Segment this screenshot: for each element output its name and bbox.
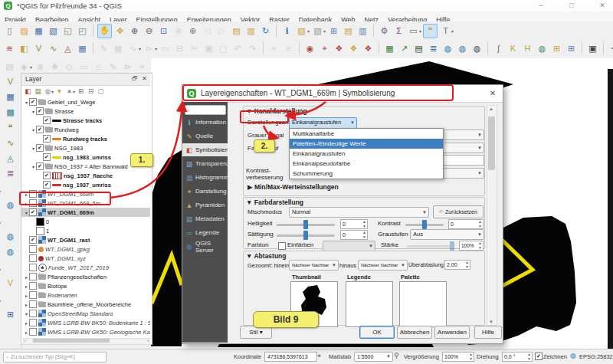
layer-tree-row[interactable]: ▸WMS LGRB-BW GK50: Geologische Ka (21, 327, 150, 336)
data-source-manager-icon[interactable]: ≋ (3, 42, 16, 55)
modify-attributes-icon[interactable]: ▭ (159, 42, 172, 55)
layer-visibility-checkbox[interactable] (29, 273, 37, 280)
layer-tree-row[interactable]: ▸Bodenarten (21, 290, 150, 300)
dialog-tab-pyramiden[interactable]: ▲Pyramiden (182, 198, 228, 212)
plugin-red2-icon[interactable]: ❖ (362, 42, 375, 55)
new-gpx-layer-icon[interactable]: ∿ (47, 42, 60, 55)
console-icon[interactable]: ▤ (412, 42, 425, 55)
deselect-features-icon[interactable]: ▧ (311, 25, 324, 38)
expander-icon[interactable]: ▾ (24, 100, 29, 105)
new-project-icon[interactable]: ▯ (3, 25, 16, 38)
minmax-settings-header[interactable]: ▶ Min/Max-Werteinstellungen (247, 183, 339, 191)
brightness-slider[interactable] (277, 224, 335, 226)
add-raster-layer-icon[interactable]: ▦ (4, 90, 17, 103)
dialog-search-input[interactable]: ⌕ (185, 105, 226, 115)
refresh-map-icon[interactable]: ↻ (259, 25, 272, 38)
render-checkbox[interactable]: ✔ (535, 353, 543, 360)
rotation-spinbox[interactable]: 0,0 °▲▼ (502, 352, 533, 362)
web-globe-icon[interactable]: ◍ (456, 42, 469, 55)
layer-tree-row[interactable]: ▾OpenStreetMap Standard (21, 309, 150, 318)
save-edits-icon[interactable]: ▦ (112, 42, 125, 55)
scroll-down-icon[interactable]: ▼ (489, 320, 493, 324)
show-bookmarks-icon[interactable]: ▥ (244, 25, 257, 38)
dialog-close-icon[interactable]: ✕ (487, 88, 498, 99)
lock-scale-icon[interactable]: ⚲ (394, 352, 399, 359)
reshape-icon[interactable]: ⌂ (92, 61, 105, 74)
layer-tree-row[interactable]: ✔Strasse tracks (21, 116, 150, 125)
globe-dark-icon[interactable]: ◍ (470, 42, 484, 55)
layer-tree-row[interactable]: 0 (21, 217, 150, 226)
zoom-to-selection-icon[interactable]: ⊕ (172, 25, 185, 38)
pan-map-icon[interactable]: ✋ (97, 24, 112, 38)
layer-tree-row[interactable]: 1 (21, 226, 150, 235)
html-export-icon[interactable]: H (521, 42, 534, 55)
contrast-spinbox[interactable]: 0▲▼ (448, 219, 484, 229)
select-by-form-icon[interactable]: ⊞ (327, 25, 340, 38)
undo-icon[interactable]: ↶ (231, 42, 244, 55)
add-mesh-icon[interactable]: ◬ (4, 152, 17, 165)
save-project-icon[interactable]: ▦ (32, 25, 45, 38)
layer-tree-row[interactable]: ▾✔NSG_1983 (21, 143, 150, 152)
expander-icon[interactable]: ▾ (31, 109, 36, 114)
new-print-layout-icon[interactable]: ◱ (61, 25, 74, 38)
layer-visibility-checkbox[interactable] (29, 300, 37, 308)
metasearch-globe-icon[interactable]: ◍ (441, 42, 454, 55)
layer-tree-row[interactable]: ▾✔Rundweg (21, 125, 150, 134)
layer-tree-row[interactable]: Funde_WT_2017_2019 (21, 263, 150, 272)
layer-visibility-checkbox[interactable] (29, 310, 37, 317)
layer-visibility-checkbox[interactable] (29, 282, 37, 290)
dialog-scrollbar[interactable]: ▲ ▼ (487, 105, 497, 326)
layer-tree-row[interactable]: ▸WT_DGM1_668_5m (21, 198, 150, 208)
layer-tree-row[interactable]: ▸Pflanzengesellschaften (21, 272, 150, 281)
layer-visibility-checkbox[interactable]: ✔ (36, 162, 44, 170)
dialog-tab-darstellung[interactable]: ✦Darstellung (182, 185, 228, 198)
new-bookmark-icon[interactable]: ▤ (230, 25, 243, 38)
grass-tools-icon[interactable]: ▦ (383, 42, 396, 55)
open-layer-styling-icon[interactable]: ◧ (23, 87, 33, 97)
resampling-header[interactable]: ▼ Abtastung (246, 252, 287, 260)
merge-features-icon[interactable]: ⌖ (136, 61, 149, 74)
float-panel-icon[interactable]: 🗗 (132, 75, 138, 82)
plugin-red-icon[interactable]: ❖ (333, 42, 346, 55)
zoomed-in-combobox[interactable]: Nächster Nachbar▼ (289, 260, 339, 271)
layer-visibility-checkbox[interactable] (29, 254, 37, 262)
layer-visibility-checkbox[interactable] (29, 190, 37, 198)
layer-visibility-checkbox[interactable] (29, 245, 37, 253)
db-manager-icon[interactable]: ≣ (427, 42, 440, 55)
map-tips-icon[interactable]: ❝ (423, 24, 438, 38)
offset-curve-icon[interactable]: ▭ (77, 61, 90, 74)
statistics-sigma-icon[interactable]: Σ (392, 25, 405, 38)
layers-panel-hscrollbar[interactable]: ‹ › (23, 338, 150, 345)
options-gear-icon[interactable]: ⚙ (378, 25, 391, 38)
layer-tree-row[interactable]: ✔nsg_1937_umriss (21, 180, 150, 189)
magnifier-spinbox[interactable]: 100%▲▼ (442, 352, 474, 362)
zoom-in-icon[interactable]: ⊕ (128, 25, 141, 38)
add-db-layer-icon[interactable]: ≣ (4, 167, 17, 180)
extents-icon[interactable]: ⌖ (317, 352, 321, 360)
add-wms-layer-icon-dropdown[interactable]: ▾ (0, 221, 1, 225)
deselect-features-icon-dropdown[interactable]: ▾ (323, 28, 326, 34)
layer-tree-row[interactable]: ✔Rundweg tracks (21, 134, 150, 143)
contrast-slider[interactable] (405, 224, 444, 226)
layer-tree-row[interactable]: ✔WT_DGM1_rast (21, 235, 150, 244)
add-vector-tile-icon[interactable]: V (4, 277, 17, 290)
expander-icon[interactable]: ▸ (24, 302, 29, 307)
select-features-icon[interactable]: ▧ (295, 25, 308, 38)
identify-features-icon[interactable]: ℹ (280, 25, 293, 38)
locator-search-input[interactable]: ⌕ Zu suchender Typ (Strg+K) (3, 352, 107, 362)
measure-icon[interactable]: ▭ (407, 25, 420, 38)
grid-icon[interactable]: ⊞ (565, 42, 578, 55)
new-scratch-layer-icon[interactable]: ◬ (61, 42, 74, 55)
layer-visibility-checkbox[interactable]: ✔ (29, 98, 37, 106)
fill-ring-icon[interactable]: ◇ (63, 61, 76, 74)
save-project-as-icon[interactable]: ▧ (47, 25, 60, 38)
add-virtual-table-icon[interactable]: ⊞ (4, 308, 17, 321)
layer-diagram-icon[interactable]: ≡ (282, 42, 295, 55)
style-manager-icon[interactable]: ◧ (18, 42, 31, 55)
saturation-slider[interactable] (277, 234, 335, 237)
layer-tree-row[interactable]: ▸WT_DGM1_668m (21, 189, 150, 198)
crosshair-icon[interactable]: ✛ (608, 42, 613, 55)
expand-all-icon[interactable]: ⊞ (76, 87, 86, 97)
help-contents-icon[interactable]: ▣ (586, 42, 599, 55)
vertex-tool-icon[interactable]: ⊳ (143, 42, 156, 55)
